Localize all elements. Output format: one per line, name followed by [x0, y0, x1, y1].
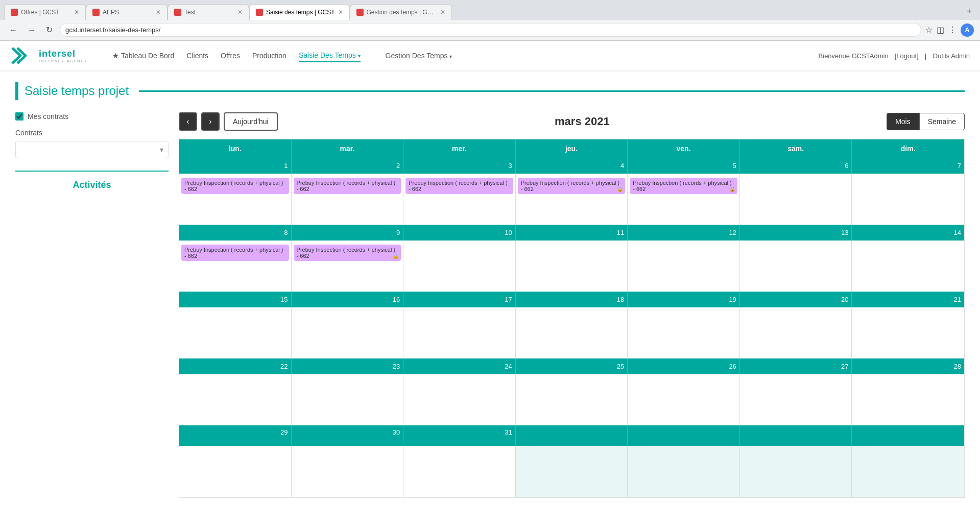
tab-close-tab5[interactable]: ✕	[440, 9, 445, 16]
nav-production[interactable]: Production	[252, 50, 286, 62]
lock-icon-5: 🔒	[729, 186, 735, 192]
contrats-label: Contrats	[15, 129, 169, 137]
cal-cell-21[interactable]	[852, 307, 964, 358]
cal-cell-3[interactable]: Prebuy Inspection ( records + physical )…	[403, 174, 516, 225]
cal-cell-2[interactable]: Prebuy Inspection ( records + physical )…	[292, 174, 404, 225]
browser-tab-tab2[interactable]: AEPS ✕	[86, 4, 168, 20]
cal-week1-date-3: 3	[403, 158, 516, 174]
tab-close-tab4[interactable]: ✕	[338, 9, 343, 16]
cal-cell-16[interactable]	[292, 307, 404, 358]
address-right: ☆ ◫ ⋮ A	[925, 23, 974, 37]
cal-cell-10[interactable]	[403, 241, 516, 292]
cal-cell-13[interactable]	[740, 241, 852, 292]
user-avatar: A	[961, 23, 974, 37]
cal-cell-5[interactable]: Prebuy Inspection ( records + physical )…	[628, 174, 740, 225]
cal-cell-17[interactable]	[403, 307, 516, 358]
today-button[interactable]: Aujourd'hui	[224, 112, 278, 131]
tab-close-tab3[interactable]: ✕	[237, 9, 243, 16]
cal-cell-8[interactable]: Prebuy Inspection ( records + physical )…	[179, 241, 292, 292]
cal-cell-x1	[516, 446, 628, 497]
cal-cell-4[interactable]: Prebuy Inspection ( records + physical )…	[516, 174, 628, 225]
cal-cell-24[interactable]	[403, 374, 516, 425]
view-mois-button[interactable]: Mois	[887, 113, 919, 130]
cal-cell-28[interactable]	[852, 374, 964, 425]
event-card-8[interactable]: Prebuy Inspection ( records + physical )…	[181, 245, 289, 261]
event-card-5[interactable]: Prebuy Inspection ( records + physical )…	[630, 178, 737, 194]
cal-cell-15[interactable]	[179, 307, 292, 358]
nav-offres[interactable]: Offres	[221, 50, 240, 62]
menu-icon[interactable]: ⋮	[948, 25, 957, 35]
event-card-2[interactable]: Prebuy Inspection ( records + physical )…	[294, 178, 401, 194]
cal-cell-x2	[628, 446, 740, 497]
saisie-dropdown-arrow: ▾	[358, 53, 361, 59]
main-nav: ★ Tableau De Bord Clients Offres Product…	[112, 48, 803, 63]
event-card-3[interactable]: Prebuy Inspection ( records + physical )…	[405, 178, 513, 194]
browser-tab-tab1[interactable]: Offres | GCST ✕	[4, 4, 86, 20]
event-card-1[interactable]: Prebuy Inspection ( records + physical )…	[181, 178, 289, 194]
cal-cell-11[interactable]	[516, 241, 628, 292]
cal-cell-22[interactable]	[179, 374, 292, 425]
browser-tab-tab3[interactable]: Test ✕	[168, 4, 249, 20]
cal-last-cell-35	[852, 425, 964, 446]
cal-cell-1[interactable]: Prebuy Inspection ( records + physical )…	[179, 174, 292, 225]
cal-cell-18[interactable]	[516, 307, 628, 358]
contrats-select[interactable]	[15, 141, 169, 158]
browser-tab-tab4[interactable]: Saisie des temps | GCST ✕	[249, 4, 350, 20]
page-title-line	[139, 90, 965, 92]
nav-tableau-de-bord[interactable]: ★ Tableau De Bord	[112, 50, 174, 62]
cal-last-cell-31[interactable]: 31	[403, 425, 516, 446]
calendar-controls: ‹ › Aujourd'hui mars 2021 Mois Semaine	[179, 112, 965, 131]
cal-cell-14[interactable]	[852, 241, 964, 292]
mes-contrats-label[interactable]: Mes contrats	[28, 112, 68, 121]
browser-tab-tab5[interactable]: Gestion des temps | GCST ✕	[350, 4, 452, 20]
cal-last-cell-32	[516, 425, 628, 446]
cal-cell-19[interactable]	[628, 307, 740, 358]
cal-cell-27[interactable]	[740, 374, 852, 425]
new-tab-button[interactable]: +	[962, 4, 976, 19]
bookmark-icon[interactable]: ☆	[925, 25, 933, 35]
tab-close-tab2[interactable]: ✕	[156, 9, 161, 16]
tab-label-tab1: Offres | GCST	[21, 9, 71, 16]
logout-link[interactable]: [Logout]	[895, 52, 919, 60]
nav-clients[interactable]: Clients	[186, 50, 208, 62]
cal-cell-29e[interactable]	[179, 446, 292, 497]
cal-week4-date-23: 23	[292, 358, 404, 374]
cal-last-cell-29[interactable]: 29	[179, 425, 292, 446]
cal-cell-x4	[852, 446, 964, 497]
cal-week3-date-19: 19	[628, 292, 740, 307]
forward-button[interactable]: →	[25, 25, 39, 36]
reload-button[interactable]: ↻	[43, 24, 56, 36]
address-input[interactable]	[60, 23, 921, 37]
cal-cell-7[interactable]	[852, 174, 964, 225]
outils-admin-link[interactable]: Outils Admin	[933, 52, 970, 60]
lock-icon-4: 🔒	[617, 186, 623, 192]
tab-favicon-tab5	[356, 9, 364, 16]
nav-gestion-des-temps[interactable]: Gestion Des Temps ▾	[386, 50, 452, 62]
nav-saisie-des-temps[interactable]: Saisie Des Temps ▾	[299, 49, 361, 62]
cal-cell-9[interactable]: Prebuy Inspection ( records + physical )…	[292, 241, 404, 292]
cal-cell-30e[interactable]	[292, 446, 404, 497]
cal-cell-26[interactable]	[628, 374, 740, 425]
event-card-9[interactable]: Prebuy Inspection ( records + physical )…	[294, 245, 401, 261]
view-semaine-button[interactable]: Semaine	[919, 113, 965, 130]
cal-cell-12[interactable]	[628, 241, 740, 292]
tab-close-tab1[interactable]: ✕	[74, 9, 79, 16]
next-month-button[interactable]: ›	[201, 112, 220, 131]
cal-last-cell-30[interactable]: 30	[292, 425, 404, 446]
sidebar: Mes contrats Contrats Activités	[15, 112, 169, 498]
back-button[interactable]: ←	[6, 25, 20, 36]
cal-cell-23[interactable]	[292, 374, 404, 425]
cal-week2-date-10: 10	[403, 225, 516, 241]
mes-contrats-checkbox[interactable]	[15, 112, 23, 121]
cal-cell-6[interactable]	[740, 174, 852, 225]
cal-cell-31e[interactable]	[403, 446, 516, 497]
extensions-icon[interactable]: ◫	[937, 25, 944, 35]
lock-icon-9: 🔒	[393, 253, 399, 259]
cal-cell-20[interactable]	[740, 307, 852, 358]
prev-month-button[interactable]: ‹	[179, 112, 197, 131]
event-card-4[interactable]: Prebuy Inspection ( records + physical )…	[518, 178, 626, 194]
browser-chrome: Offres | GCST ✕ AEPS ✕ Test ✕ Saisie des…	[0, 0, 980, 41]
header-right: Bienvenue GCSTAdmin [Logout] | Outils Ad…	[819, 52, 970, 60]
cal-cell-25[interactable]	[516, 374, 628, 425]
mes-contrats-row: Mes contrats	[15, 112, 169, 121]
